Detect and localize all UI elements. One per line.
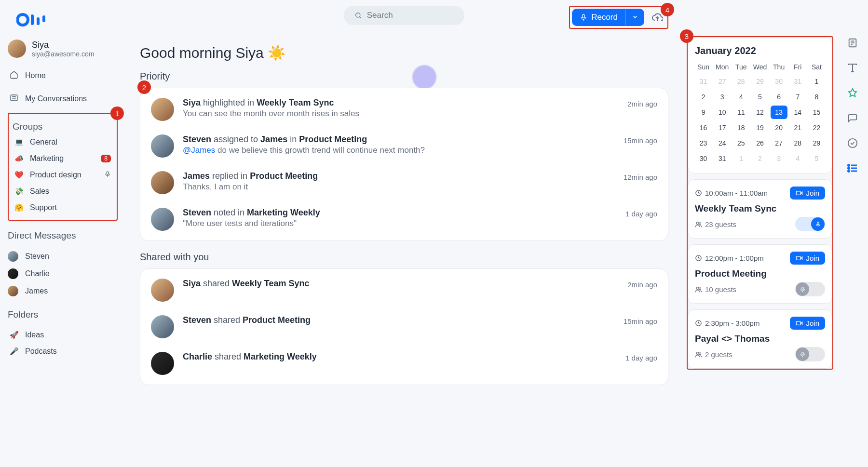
calendar-day[interactable]: 10 [714,106,731,119]
meeting-card[interactable]: 10:00am - 11:00am Join Weekly Team Sync … [688,179,832,239]
svg-point-42 [848,165,850,166]
shared-item[interactable]: Charlie shared Marketing Weekly 1 day ag… [149,345,659,382]
join-button[interactable]: Join [790,252,825,265]
calendar-day[interactable]: 8 [808,90,825,104]
dm-item[interactable]: James [8,282,118,300]
calendar-day-next[interactable]: 2 [751,152,768,165]
calendar-day-prev[interactable]: 27 [714,75,731,88]
shared-time: 1 day ago [625,354,657,362]
calendar-day-next[interactable]: 4 [789,152,806,165]
record-label: Record [591,13,618,22]
rail-list-icon[interactable] [846,161,859,175]
calendar-day[interactable]: 4 [732,90,749,104]
calendar-day-prev[interactable]: 30 [771,75,787,88]
calendar-day[interactable]: 23 [695,136,712,150]
group-item[interactable]: 💸Sales [13,183,113,200]
calendar-day[interactable]: 22 [808,121,825,134]
calendar-day[interactable]: 14 [789,106,806,119]
calendar-day[interactable]: 21 [789,121,806,134]
folder-item[interactable]: 🎤Podcasts [8,343,118,360]
shared-item[interactable]: Steven shared Product Meeting 15min ago [149,308,659,345]
calendar-day[interactable]: 20 [771,121,787,134]
rail-check-icon[interactable] [846,136,859,150]
feed-item[interactable]: James replied in Product Meeting Thanks,… [149,164,659,201]
calendar-day-prev[interactable]: 31 [695,75,712,88]
calendar-day[interactable]: 27 [771,136,787,150]
feed-item[interactable]: Siya highlighted in Weekly Team Sync You… [149,91,659,128]
group-item[interactable]: 🤗Support [13,200,113,216]
group-emoji: 📣 [14,154,23,163]
video-icon [796,189,803,197]
clock-icon [695,189,702,197]
folder-item[interactable]: 🚀Ideas [8,327,118,343]
calendar-day[interactable]: 26 [751,136,768,150]
calendar-day-prev[interactable]: 28 [732,75,749,88]
calendar-day[interactable]: 29 [808,136,825,150]
calendar-day[interactable]: 19 [751,121,768,134]
group-item[interactable]: ❤️Product design [13,167,113,183]
calendar-day-next[interactable]: 1 [732,152,749,165]
meeting-guests: 10 guests [695,285,736,294]
calendar-dow: Thu [771,61,787,73]
calendar-day-prev[interactable]: 31 [789,75,806,88]
rail-comment-icon[interactable] [846,111,859,125]
feed-title: Steven assigned to James in Product Meet… [183,134,615,145]
record-dropdown[interactable] [625,10,644,26]
record-button[interactable]: Record [572,9,644,26]
calendar-day[interactable]: 3 [714,90,731,104]
priority-card: 2 Siya highlighted in Weekly Team Sync Y… [140,88,668,241]
calendar-day-next[interactable]: 3 [771,152,787,165]
feed-item[interactable]: Steven assigned to James in Product Meet… [149,128,659,164]
shared-heading: Shared with you [140,252,668,263]
calendar-day[interactable]: 15 [808,106,825,119]
calendar-day[interactable]: 11 [732,106,749,119]
rail-highlight-icon[interactable] [846,86,859,100]
calendar-day-next[interactable]: 5 [808,152,825,165]
group-item[interactable]: 📣Marketing8 [13,150,113,167]
join-button[interactable]: Join [790,187,825,200]
group-item[interactable]: 💻General [13,134,113,150]
badge: 8 [101,155,111,162]
dm-item[interactable]: Steven [8,248,118,265]
calendar-day[interactable]: 24 [714,136,731,150]
join-button[interactable]: Join [790,317,825,330]
shared-title: Siya shared Weekly Team Sync [183,279,619,289]
calendar-day[interactable]: 9 [695,106,712,119]
calendar-day[interactable]: 6 [771,90,787,104]
meeting-card[interactable]: 12:00pm - 1:00pm Join Product Meeting 10… [688,244,832,304]
calendar-day[interactable]: 12 [751,106,768,119]
dm-label: Charlie [25,269,50,278]
calendar-day[interactable]: 7 [789,90,806,104]
shared-item[interactable]: Siya shared Weekly Team Sync 2min ago [149,272,659,308]
meeting-card[interactable]: 2:30pm - 3:00pm Join Payal <> Thomas 2 g… [688,309,832,369]
greeting: Good morning Siya ☀️ [140,44,668,61]
rail-text-icon[interactable] [846,61,859,75]
calendar-day[interactable]: 30 [695,152,712,165]
calendar-day[interactable]: 5 [751,90,768,104]
annotation-number: 1 [110,107,124,120]
calendar-day[interactable]: 31 [714,152,731,165]
record-toggle[interactable] [795,217,825,231]
dm-item[interactable]: Charlie [8,265,118,282]
calendar-day[interactable]: 2 [695,90,712,104]
logo[interactable] [8,12,118,32]
calendar-day[interactable]: 28 [789,136,806,150]
record-toggle[interactable] [795,347,825,361]
feed-item[interactable]: Steven noted in Marketing Weekly "More u… [149,201,659,238]
svg-point-18 [699,222,701,224]
nav-home[interactable]: Home [8,67,118,85]
mic-icon [815,221,821,227]
record-toggle[interactable] [795,282,825,296]
rail-notes-icon[interactable] [846,36,859,50]
calendar-day[interactable]: 13 [771,106,787,119]
calendar-day[interactable]: 16 [695,121,712,134]
meeting-title: Product Meeting [695,268,825,279]
calendar-day[interactable]: 25 [732,136,749,150]
calendar-day[interactable]: 18 [732,121,749,134]
calendar-day-prev[interactable]: 29 [751,75,768,88]
user-block[interactable]: Siya siya@awesome.com [8,37,118,62]
calendar-day[interactable]: 17 [714,121,731,134]
nav-conversations[interactable]: My Conversations [8,90,118,108]
calendar-day[interactable]: 1 [808,75,825,88]
annotation-number: 3 [680,29,693,43]
